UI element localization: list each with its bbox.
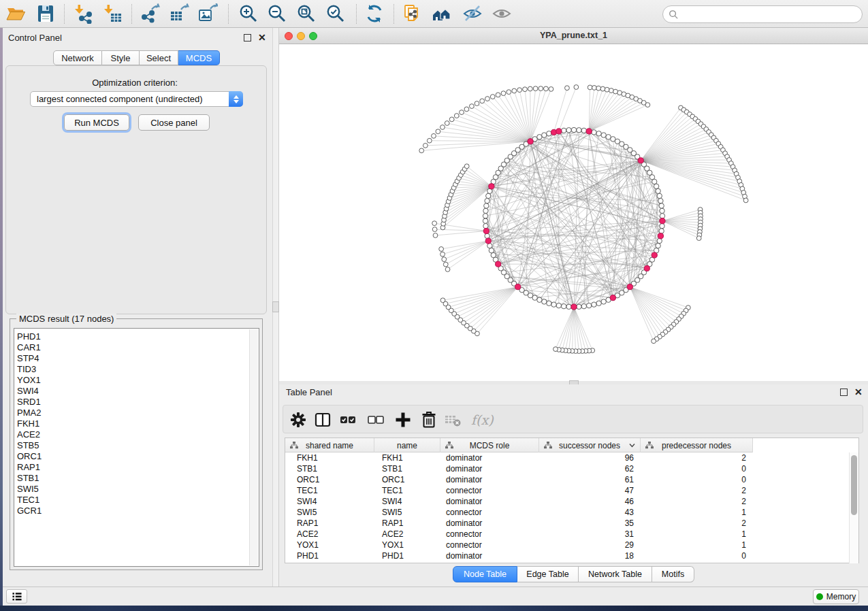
table-cell: connector — [440, 507, 539, 518]
table-cell: connector — [440, 540, 539, 550]
zoom-in-icon[interactable] — [238, 3, 259, 24]
show-all-icon[interactable] — [492, 3, 512, 24]
table-row[interactable]: SWI4SWI4dominator462 — [285, 496, 858, 507]
table-row[interactable]: STB1STB1dominator620 — [285, 463, 858, 474]
table-cell: FKH1 — [374, 452, 440, 463]
tab-mcds[interactable]: MCDS — [178, 50, 220, 65]
table-row[interactable]: SWI5SWI5connector431 — [285, 507, 858, 518]
close-panel-icon[interactable]: ✕ — [258, 34, 266, 42]
mcds-result-item[interactable]: PMA2 — [17, 408, 259, 418]
mcds-result-item[interactable]: TID3 — [17, 364, 259, 375]
mcds-result-item[interactable]: ORC1 — [17, 451, 259, 462]
show-panels-button[interactable] — [6, 589, 27, 604]
open-file-icon[interactable] — [5, 3, 26, 24]
mcds-result-item[interactable]: GCR1 — [17, 506, 259, 516]
table-row[interactable]: PHD1PHD1dominator180 — [285, 550, 858, 561]
select-stepper-icon — [229, 91, 243, 107]
export-image-icon[interactable] — [197, 3, 218, 24]
table-cell: 62 — [539, 463, 641, 474]
mcds-result-item[interactable]: SRD1 — [17, 397, 259, 408]
save-session-icon[interactable] — [35, 3, 56, 24]
function-builder-icon: f(x) — [470, 411, 497, 429]
list-icon — [11, 591, 23, 602]
export-network-icon[interactable] — [140, 3, 161, 24]
table-cell: SWI5 — [374, 507, 440, 518]
table-row[interactable]: TEC1TEC1connector472 — [285, 485, 858, 496]
table-scrollbar-thumb[interactable] — [851, 455, 857, 515]
column-header-shared-name[interactable]: shared name — [285, 438, 374, 452]
table-cell: dominator — [440, 452, 539, 463]
zoom-fit-icon[interactable] — [296, 3, 317, 24]
table-scrollbar[interactable] — [849, 452, 858, 563]
zoom-selected-icon[interactable] — [325, 3, 346, 24]
table-row[interactable]: RAP1RAP1dominator352 — [285, 518, 858, 529]
column-header-name[interactable]: name — [374, 438, 440, 452]
hide-selected-icon[interactable] — [462, 3, 483, 24]
column-header-predecessor-nodes[interactable]: predecessor nodes — [641, 438, 753, 452]
table-cell: STB1 — [285, 463, 374, 474]
mcds-result-item[interactable]: ACE2 — [17, 429, 259, 440]
tab-node-table[interactable]: Node Table — [453, 566, 517, 582]
run-mcds-button[interactable]: Run MCDS — [64, 114, 129, 131]
column-header-MCDS-role[interactable]: MCDS role — [440, 438, 539, 452]
select-all-columns-icon[interactable] — [339, 411, 357, 429]
refresh-view-icon[interactable] — [364, 3, 385, 24]
mcds-result-item[interactable]: SWI5 — [17, 484, 259, 495]
main-toolbar — [0, 0, 868, 28]
delete-columns-icon[interactable] — [420, 411, 438, 429]
table-cell: YOX1 — [285, 540, 374, 550]
toolbar-separator — [356, 4, 357, 24]
mcds-result-item[interactable]: YOX1 — [17, 375, 259, 386]
mcds-result-item[interactable]: FKH1 — [17, 418, 259, 429]
close-panel-button[interactable]: Close panel — [138, 114, 210, 131]
tab-network-table[interactable]: Network Table — [579, 566, 652, 582]
mcds-result-item[interactable]: STB1 — [17, 473, 259, 484]
tab-style[interactable]: Style — [102, 50, 140, 65]
node-table[interactable]: shared namenameMCDS rolesuccessor nodesp… — [285, 437, 859, 563]
tab-select[interactable]: Select — [140, 50, 178, 65]
memory-button[interactable]: Memory — [813, 589, 859, 604]
network-graph[interactable] — [279, 44, 868, 381]
toolbar-separator — [393, 4, 394, 24]
search-input[interactable] — [662, 5, 863, 23]
table-row[interactable]: ACE2ACE2connector311 — [285, 529, 858, 540]
import-table-icon[interactable] — [102, 3, 123, 24]
unselect-all-columns-icon[interactable] — [367, 411, 385, 429]
import-network-icon[interactable] — [73, 3, 93, 24]
close-panel-icon[interactable]: ✕ — [854, 389, 863, 396]
table-row[interactable]: YOX1YOX1connector291 — [285, 540, 858, 550]
tab-network[interactable]: Network — [53, 50, 102, 65]
float-panel-icon[interactable] — [244, 34, 251, 42]
zoom-out-icon[interactable] — [267, 3, 287, 24]
optimization-criterion-select[interactable]: largest connected component (undirected) — [30, 91, 243, 107]
copy-network-icon[interactable] — [402, 3, 422, 24]
tab-edge-table[interactable]: Edge Table — [517, 566, 579, 582]
float-panel-icon[interactable] — [840, 389, 848, 396]
create-column-icon[interactable] — [394, 411, 412, 429]
mcds-result-item[interactable]: STP4 — [17, 353, 259, 364]
vertical-split-handle[interactable] — [272, 301, 279, 312]
column-header-successor-nodes[interactable]: successor nodes — [539, 438, 641, 452]
mcds-result-item[interactable]: TEC1 — [17, 495, 259, 506]
table-row[interactable]: ORC1ORC1dominator610 — [285, 474, 858, 485]
tab-motifs[interactable]: Motifs — [652, 566, 694, 582]
mcds-result-item[interactable]: STB5 — [17, 440, 259, 451]
toolbar-separator — [64, 4, 65, 24]
table-cell: 61 — [539, 474, 641, 485]
mcds-result-item[interactable]: CAR1 — [17, 342, 259, 353]
show-columns-icon[interactable] — [314, 411, 332, 429]
table-cell: 29 — [539, 540, 641, 550]
table-header-row: shared namenameMCDS rolesuccessor nodesp… — [285, 438, 858, 452]
first-neighbors-icon[interactable] — [432, 3, 452, 24]
status-bar — [3, 587, 868, 606]
export-table-icon[interactable] — [169, 3, 189, 24]
network-view-canvas[interactable] — [279, 28, 868, 381]
mcds-result-item[interactable]: SWI4 — [17, 386, 259, 397]
table-cell: 18 — [539, 550, 641, 561]
list-scrollbar[interactable] — [249, 329, 258, 565]
mcds-result-list[interactable]: PHD1CAR1STP4TID3YOX1SWI4SRD1PMA2FKH1ACE2… — [14, 328, 259, 567]
mcds-result-item[interactable]: PHD1 — [17, 331, 259, 342]
mcds-result-item[interactable]: RAP1 — [17, 462, 259, 473]
table-row[interactable]: FKH1FKH1dominator962 — [285, 452, 858, 463]
table-settings-icon[interactable] — [289, 411, 307, 429]
